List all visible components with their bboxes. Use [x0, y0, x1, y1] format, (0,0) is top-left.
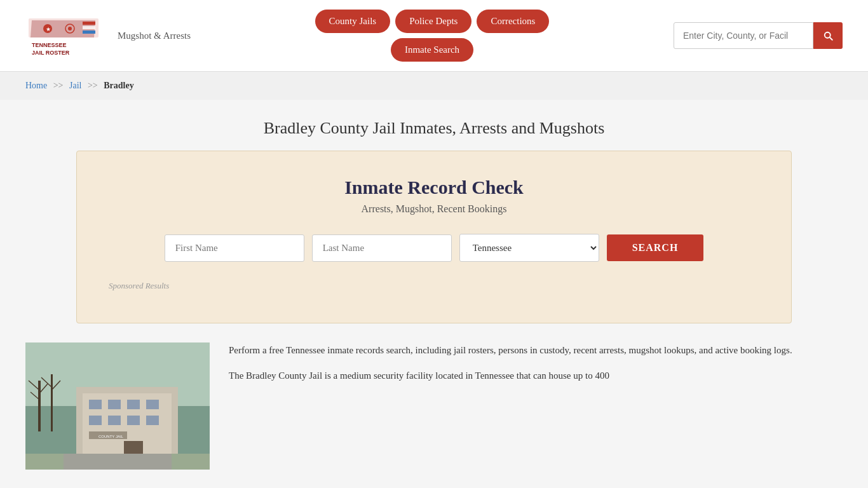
svg-rect-27 — [108, 416, 121, 425]
breadcrumb-home-link[interactable]: Home — [25, 81, 47, 90]
jail-image: COUNTY JAIL — [25, 342, 210, 470]
svg-rect-6 — [83, 30, 95, 34]
search-submit-button[interactable]: SEARCH — [607, 234, 704, 261]
svg-rect-34 — [64, 454, 172, 470]
page-title: Bradley County Jail Inmates, Arrests and… — [25, 119, 843, 138]
content-section: COUNTY JAIL Perform a free Tennessee inm… — [0, 342, 868, 488]
page-title-area: Bradley County Jail Inmates, Arrests and… — [0, 100, 868, 151]
svg-rect-24 — [127, 400, 140, 409]
svg-text:★: ★ — [46, 26, 51, 32]
search-box-subtitle: Arrests, Mugshot, Recent Bookings — [109, 203, 759, 215]
search-form-row: Tennessee Alabama Georgia Kentucky Virgi… — [109, 234, 759, 262]
breadcrumb-jail-link[interactable]: Jail — [69, 81, 81, 90]
svg-text:JAIL ROSTER: JAIL ROSTER — [32, 50, 70, 56]
svg-rect-28 — [127, 416, 140, 425]
inmate-record-search-box: Inmate Record Check Arrests, Mugshot, Re… — [76, 151, 792, 323]
header-search-button[interactable] — [813, 22, 843, 49]
header-search-area — [674, 22, 843, 49]
header-search-input[interactable] — [674, 22, 813, 49]
logo-area: ★ TENNESSEE JAIL ROSTER Mugshot & Arrest… — [25, 15, 191, 57]
site-logo: ★ TENNESSEE JAIL ROSTER — [25, 15, 102, 57]
last-name-input[interactable] — [312, 234, 452, 262]
svg-rect-5 — [83, 26, 95, 29]
sponsored-label: Sponsored Results — [109, 281, 759, 291]
svg-rect-26 — [89, 416, 102, 425]
state-select[interactable]: Tennessee Alabama Georgia Kentucky Virgi… — [459, 234, 599, 262]
police-depts-button[interactable]: Police Depts — [395, 10, 471, 33]
nav-row-bottom: Inmate Search — [391, 38, 473, 62]
county-jails-button[interactable]: County Jails — [315, 10, 391, 33]
svg-rect-25 — [146, 400, 159, 409]
breadcrumb-sep-2: >> — [88, 81, 98, 90]
svg-rect-23 — [108, 400, 121, 409]
search-box-title: Inmate Record Check — [109, 177, 759, 198]
svg-rect-14 — [51, 374, 53, 431]
breadcrumb-current: Bradley — [104, 81, 133, 90]
svg-rect-13 — [38, 381, 41, 431]
content-paragraph-1: Perform a free Tennessee inmate records … — [229, 342, 843, 359]
svg-text:TENNESSEE: TENNESSEE — [32, 42, 67, 48]
site-tagline: Mugshot & Arrests — [118, 30, 191, 41]
breadcrumb-sep-1: >> — [53, 81, 64, 90]
corrections-button[interactable]: Corrections — [477, 10, 549, 33]
inmate-search-button[interactable]: Inmate Search — [391, 38, 473, 62]
nav-row-top: County Jails Police Depts Corrections — [315, 10, 550, 33]
breadcrumb: Home >> Jail >> Bradley — [0, 72, 868, 100]
content-text: Perform a free Tennessee inmate records … — [229, 342, 843, 393]
svg-rect-22 — [89, 400, 102, 409]
search-icon — [822, 30, 834, 41]
svg-rect-29 — [146, 416, 159, 425]
svg-rect-4 — [83, 22, 95, 25]
nav-area: County Jails Police Depts Corrections In… — [315, 10, 550, 62]
first-name-input[interactable] — [165, 234, 304, 262]
svg-point-8 — [68, 27, 72, 30]
content-image: COUNTY JAIL — [25, 342, 210, 470]
svg-text:COUNTY JAIL: COUNTY JAIL — [98, 435, 124, 438]
site-header: ★ TENNESSEE JAIL ROSTER Mugshot & Arrest… — [0, 0, 868, 72]
content-paragraph-2: The Bradley County Jail is a medium secu… — [229, 368, 843, 384]
